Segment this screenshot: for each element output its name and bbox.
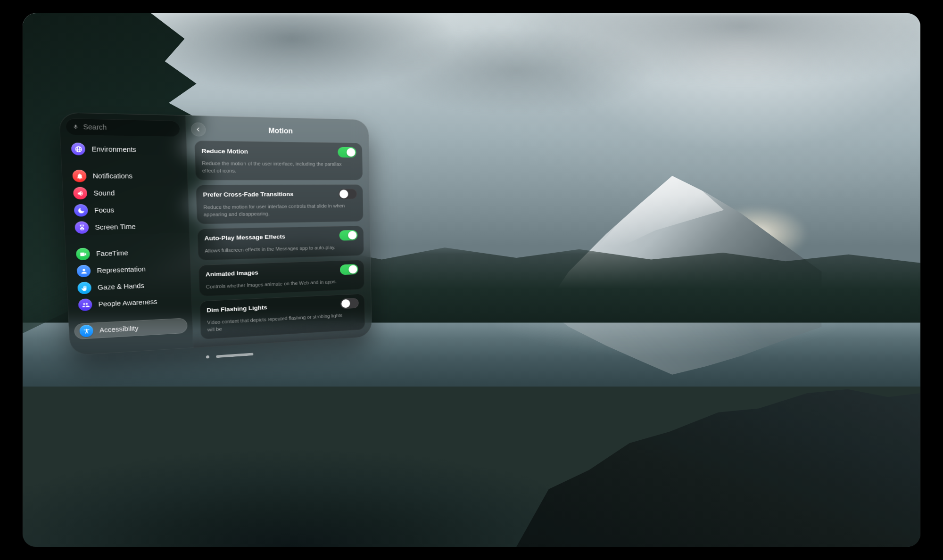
sidebar-item-accessibility[interactable]: Accessibility <box>74 318 188 339</box>
setting-description: Reduce the motion for user interface con… <box>203 203 346 219</box>
setting-title: Auto-Play Message Effects <box>204 233 285 242</box>
sidebar-item-label: FaceTime <box>96 249 128 258</box>
speaker-icon <box>73 187 88 200</box>
sidebar-item-focus[interactable]: Focus <box>68 201 183 219</box>
setting-title: Animated Images <box>206 269 258 278</box>
video-icon <box>76 248 90 261</box>
setting-title: Reduce Motion <box>201 148 248 155</box>
sidebar-item-facetime[interactable]: FaceTime <box>70 244 185 263</box>
hourglass-icon <box>74 221 89 234</box>
setting-description: Controls whether images animate on the W… <box>206 278 347 291</box>
bell-icon <box>72 170 87 182</box>
settings-window: Environments Notifications <box>59 112 372 356</box>
back-button[interactable] <box>191 123 206 137</box>
toggle-dim-flashing-lights[interactable] <box>340 298 359 309</box>
setting-description: Reduce the motion of the user interface,… <box>202 160 345 175</box>
person-icon <box>76 265 91 278</box>
detail-header: Motion <box>194 121 362 140</box>
sidebar-item-label: Screen Time <box>95 223 136 231</box>
toggle-animated-images[interactable] <box>340 264 358 275</box>
sidebar-item-notifications[interactable]: Notifications <box>67 168 182 184</box>
setting-description: Video content that depicts repeated flas… <box>207 312 347 334</box>
search-input[interactable] <box>83 123 174 132</box>
toggle-reduce-motion[interactable] <box>338 147 356 158</box>
sidebar-item-label: Representation <box>97 265 146 274</box>
chevron-left-icon <box>195 126 202 133</box>
mic-icon <box>72 123 79 131</box>
setting-dim-flashing-lights: Dim Flashing Lights Video content that d… <box>199 293 365 339</box>
immersive-stage: Environments Notifications <box>23 13 920 547</box>
toggle-auto-play-effects[interactable] <box>339 230 358 241</box>
sidebar-item-label: Notifications <box>92 172 132 180</box>
settings-detail: Motion Reduce Motion Reduce the motion o… <box>186 115 372 348</box>
setting-animated-images: Animated Images Controls whether images … <box>199 260 364 296</box>
sidebar-item-label: People Awareness <box>98 298 157 308</box>
sidebar-item-label: Gaze & Hands <box>98 282 145 291</box>
moon-icon <box>74 204 88 217</box>
search-field[interactable] <box>66 118 180 137</box>
people-icon <box>78 298 92 311</box>
setting-prefer-cross-fade: Prefer Cross-Fade Transitions Reduce the… <box>196 184 363 224</box>
sidebar-item-label: Accessibility <box>99 324 139 334</box>
setting-title: Dim Flashing Lights <box>207 304 267 313</box>
grabber-dot-icon <box>206 355 209 359</box>
hand-icon <box>77 281 91 294</box>
sidebar-item-environments[interactable]: Environments <box>66 140 182 158</box>
sidebar-item-label: Sound <box>93 189 115 197</box>
setting-title: Prefer Cross-Fade Transitions <box>203 191 293 198</box>
globe-icon <box>71 143 86 156</box>
sidebar-item-label: Environments <box>91 145 136 153</box>
sidebar-item-screen-time[interactable]: Screen Time <box>69 218 184 236</box>
page-title: Motion <box>268 127 293 135</box>
sidebar-item-sound[interactable]: Sound <box>67 185 183 201</box>
settings-sidebar: Environments Notifications <box>59 112 194 356</box>
settings-list: Reduce Motion Reduce the motion of the u… <box>194 140 365 339</box>
setting-reduce-motion: Reduce Motion Reduce the motion of the u… <box>194 140 363 180</box>
accessibility-icon <box>79 325 93 338</box>
toggle-prefer-cross-fade[interactable] <box>339 189 357 199</box>
setting-description: Allows fullscreen effects in the Message… <box>205 244 346 255</box>
setting-auto-play-effects: Auto-Play Message Effects Allows fullscr… <box>197 225 364 260</box>
sidebar-item-label: Focus <box>94 206 115 214</box>
